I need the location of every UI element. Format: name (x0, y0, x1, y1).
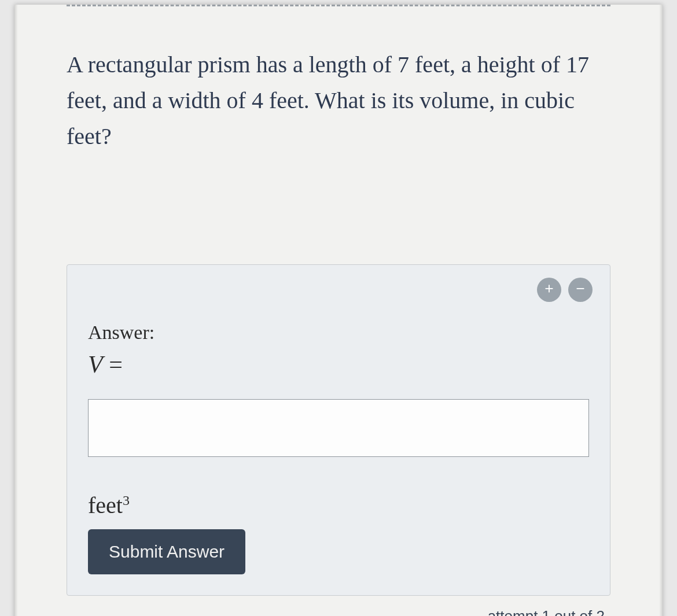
equation-display: V = (88, 351, 589, 378)
divider (67, 5, 610, 6)
submit-button[interactable]: Submit Answer (88, 529, 245, 574)
equation-variable: V (88, 351, 103, 378)
page-card: A rectangular prism has a length of 7 fe… (14, 5, 663, 616)
answer-panel: Answer: V = feet3 Submit Answer (67, 264, 610, 596)
units-exponent: 3 (123, 493, 130, 508)
zoom-out-button[interactable] (568, 278, 593, 302)
plus-icon (543, 282, 555, 297)
units-base: feet (88, 492, 123, 518)
zoom-controls (537, 278, 593, 302)
units-label: feet3 (88, 492, 589, 519)
answer-input[interactable] (88, 399, 589, 457)
equation-equals: = (109, 351, 123, 378)
answer-label: Answer: (88, 322, 589, 344)
attempt-counter: attempt 1 out of 2 (488, 607, 605, 616)
question-text: A rectangular prism has a length of 7 fe… (67, 47, 610, 154)
zoom-in-button[interactable] (537, 278, 561, 302)
minus-icon (574, 282, 587, 297)
